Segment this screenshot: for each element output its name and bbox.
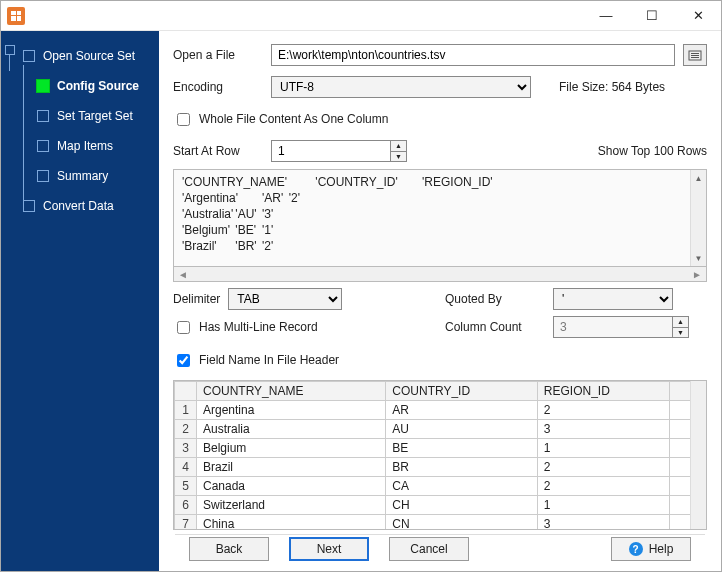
scroll-up-icon[interactable]: ▲ bbox=[691, 170, 706, 186]
preview-horizontal-scrollbar[interactable]: ◄► bbox=[173, 267, 707, 282]
open-file-label: Open a File bbox=[173, 48, 263, 62]
row-number-cell: 6 bbox=[175, 496, 197, 515]
maximize-button[interactable]: ☐ bbox=[629, 1, 675, 31]
step-map-items[interactable]: Map Items bbox=[57, 139, 113, 153]
multiline-checkbox-label: Has Multi-Line Record bbox=[199, 320, 318, 334]
multiline-checkbox[interactable]: Has Multi-Line Record bbox=[173, 318, 318, 337]
whole-file-checkbox-label: Whole File Content As One Column bbox=[199, 112, 388, 126]
browse-button[interactable] bbox=[683, 44, 707, 66]
step-config-source[interactable]: Config Source bbox=[57, 79, 139, 93]
table-row[interactable]: 2AustraliaAU3 bbox=[175, 420, 691, 439]
table-row[interactable]: 6SwitzerlandCH1 bbox=[175, 496, 691, 515]
show-top-rows-label: Show Top 100 Rows bbox=[598, 144, 707, 158]
start-row-label: Start At Row bbox=[173, 144, 263, 158]
whole-file-checkbox[interactable]: Whole File Content As One Column bbox=[173, 110, 388, 129]
row-number-cell: 1 bbox=[175, 401, 197, 420]
table-cell[interactable]: AR bbox=[386, 401, 537, 420]
wizard-sidebar: Open Source Set Config Source Set Target… bbox=[1, 31, 159, 571]
scroll-down-icon[interactable]: ▼ bbox=[691, 250, 706, 266]
cancel-button[interactable]: Cancel bbox=[389, 537, 469, 561]
row-number-cell: 2 bbox=[175, 420, 197, 439]
parsed-table: COUNTRY_NAME COUNTRY_ID REGION_ID 1Argen… bbox=[173, 380, 707, 530]
encoding-label: Encoding bbox=[173, 80, 263, 94]
multiline-checkbox-input[interactable] bbox=[177, 321, 190, 334]
start-row-input[interactable] bbox=[271, 140, 391, 162]
raw-preview-text: 'COUNTRY_NAME' 'COUNTRY_ID' 'REGION_ID' … bbox=[174, 170, 690, 266]
svg-rect-1 bbox=[691, 53, 699, 54]
header-checkbox[interactable]: Field Name In File Header bbox=[173, 351, 339, 370]
step-set-target[interactable]: Set Target Set bbox=[57, 109, 133, 123]
table-row[interactable]: 7ChinaCN3 bbox=[175, 515, 691, 530]
step-summary[interactable]: Summary bbox=[57, 169, 108, 183]
header-checkbox-label: Field Name In File Header bbox=[199, 353, 339, 367]
table-header[interactable]: COUNTRY_ID bbox=[386, 382, 537, 401]
spinner-up-icon[interactable]: ▲ bbox=[391, 141, 406, 152]
step-open-source[interactable]: Open Source Set bbox=[43, 49, 135, 63]
table-cell[interactable]: 1 bbox=[537, 439, 669, 458]
scroll-right-icon[interactable]: ► bbox=[692, 269, 702, 280]
table-row[interactable]: 3BelgiumBE1 bbox=[175, 439, 691, 458]
table-cell-filler bbox=[669, 496, 690, 515]
table-cell-filler bbox=[669, 401, 690, 420]
table-row[interactable]: 4BrazilBR2 bbox=[175, 458, 691, 477]
table-cell[interactable]: China bbox=[197, 515, 386, 530]
file-size-label: File Size: 564 Bytes bbox=[559, 80, 665, 94]
raw-preview-box: 'COUNTRY_NAME' 'COUNTRY_ID' 'REGION_ID' … bbox=[173, 169, 707, 267]
start-row-spinner[interactable]: ▲▼ bbox=[271, 140, 407, 162]
table-cell[interactable]: CH bbox=[386, 496, 537, 515]
whole-file-checkbox-input[interactable] bbox=[177, 113, 190, 126]
step-node-icon bbox=[23, 200, 35, 212]
table-cell[interactable]: 2 bbox=[537, 477, 669, 496]
table-row[interactable]: 5CanadaCA2 bbox=[175, 477, 691, 496]
table-cell[interactable]: CA bbox=[386, 477, 537, 496]
table-cell[interactable]: AU bbox=[386, 420, 537, 439]
preview-vertical-scrollbar[interactable]: ▲ ▼ bbox=[690, 170, 706, 266]
close-button[interactable]: ✕ bbox=[675, 1, 721, 31]
delimiter-select[interactable]: TAB bbox=[228, 288, 342, 310]
table-row[interactable]: 1ArgentinaAR2 bbox=[175, 401, 691, 420]
app-icon bbox=[7, 7, 25, 25]
header-checkbox-input[interactable] bbox=[177, 354, 190, 367]
table-cell[interactable]: 2 bbox=[537, 458, 669, 477]
quoted-by-select[interactable]: ' bbox=[553, 288, 673, 310]
row-number-cell: 3 bbox=[175, 439, 197, 458]
table-cell[interactable]: Brazil bbox=[197, 458, 386, 477]
back-button[interactable]: Back bbox=[189, 537, 269, 561]
row-number-cell: 5 bbox=[175, 477, 197, 496]
scroll-left-icon[interactable]: ◄ bbox=[178, 269, 188, 280]
table-cell[interactable]: Australia bbox=[197, 420, 386, 439]
help-button[interactable]: ? Help bbox=[611, 537, 691, 561]
table-cell[interactable]: 2 bbox=[537, 401, 669, 420]
table-header[interactable]: COUNTRY_NAME bbox=[197, 382, 386, 401]
table-cell[interactable]: Switzerland bbox=[197, 496, 386, 515]
table-cell[interactable]: 3 bbox=[537, 515, 669, 530]
table-cell[interactable]: BR bbox=[386, 458, 537, 477]
table-cell[interactable]: Argentina bbox=[197, 401, 386, 420]
folder-icon bbox=[688, 48, 702, 62]
table-cell[interactable]: 3 bbox=[537, 420, 669, 439]
step-node-icon bbox=[36, 79, 50, 93]
encoding-select[interactable]: UTF-8 bbox=[271, 76, 531, 98]
table-cell[interactable]: BE bbox=[386, 439, 537, 458]
svg-rect-3 bbox=[691, 57, 699, 58]
minimize-button[interactable]: — bbox=[583, 1, 629, 31]
delimiter-label: Delimiter bbox=[173, 292, 220, 306]
table-cell[interactable]: CN bbox=[386, 515, 537, 530]
spinner-down-icon[interactable]: ▼ bbox=[673, 328, 688, 338]
file-path-input[interactable] bbox=[271, 44, 675, 66]
table-cell[interactable]: Belgium bbox=[197, 439, 386, 458]
step-convert-data[interactable]: Convert Data bbox=[43, 199, 114, 213]
step-node-icon bbox=[37, 140, 49, 152]
step-node-icon bbox=[37, 170, 49, 182]
table-header[interactable]: REGION_ID bbox=[537, 382, 669, 401]
next-button[interactable]: Next bbox=[289, 537, 369, 561]
row-number-cell: 7 bbox=[175, 515, 197, 530]
step-node-icon bbox=[23, 50, 35, 62]
column-count-spinner[interactable]: ▲▼ bbox=[553, 316, 689, 338]
spinner-down-icon[interactable]: ▼ bbox=[391, 152, 406, 162]
spinner-up-icon[interactable]: ▲ bbox=[673, 317, 688, 328]
table-cell[interactable]: Canada bbox=[197, 477, 386, 496]
table-vertical-scrollbar[interactable] bbox=[690, 381, 706, 529]
table-corner-cell bbox=[175, 382, 197, 401]
table-cell[interactable]: 1 bbox=[537, 496, 669, 515]
